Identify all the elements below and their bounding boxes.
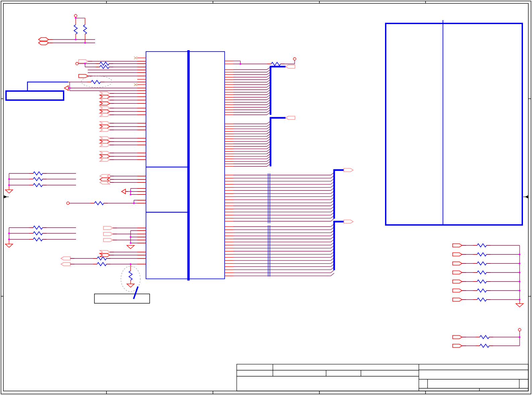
input-port[interactable] bbox=[453, 280, 462, 283]
bus-port-right[interactable] bbox=[344, 168, 353, 172]
ground-symbol[interactable] bbox=[5, 244, 13, 247]
resistor[interactable] bbox=[33, 226, 43, 229]
title-block[interactable] bbox=[237, 364, 528, 391]
schematic-canvas[interactable] bbox=[0, 0, 532, 395]
series-resistor[interactable] bbox=[271, 62, 281, 66]
input-port[interactable] bbox=[79, 60, 88, 63]
bus-port-left[interactable] bbox=[286, 116, 295, 120]
net-label-box[interactable] bbox=[6, 91, 64, 100]
output-port[interactable] bbox=[61, 257, 70, 260]
input-port[interactable] bbox=[453, 344, 462, 347]
schematic-viewer bbox=[0, 0, 532, 395]
junction-dot bbox=[84, 63, 86, 65]
ground-symbol[interactable] bbox=[5, 190, 13, 193]
input-port[interactable] bbox=[103, 232, 113, 236]
output-port[interactable] bbox=[122, 189, 126, 194]
resistor[interactable] bbox=[33, 183, 43, 187]
resistor[interactable] bbox=[480, 344, 489, 347]
input-port[interactable] bbox=[453, 289, 462, 292]
chevron-port[interactable] bbox=[100, 110, 110, 113]
chevron-port[interactable] bbox=[100, 155, 110, 158]
input-port[interactable] bbox=[103, 226, 113, 230]
junction-dot bbox=[519, 281, 521, 283]
input-port[interactable] bbox=[453, 244, 462, 247]
chevron-port[interactable] bbox=[100, 174, 110, 178]
terminal[interactable] bbox=[76, 62, 78, 65]
junction-dot bbox=[130, 194, 132, 195]
highlight-ellipse bbox=[81, 76, 112, 87]
pullup-resistor[interactable] bbox=[74, 25, 77, 34]
terminal[interactable] bbox=[67, 202, 69, 205]
resistor[interactable] bbox=[477, 262, 486, 265]
connector-block[interactable] bbox=[146, 52, 225, 279]
bus-port-right[interactable] bbox=[344, 220, 353, 223]
resistor[interactable] bbox=[480, 335, 489, 339]
memory-block[interactable] bbox=[386, 23, 522, 225]
pullup-resistor[interactable] bbox=[83, 25, 87, 34]
chevron-port[interactable] bbox=[100, 158, 110, 161]
series-resistor[interactable] bbox=[94, 202, 104, 205]
bus bbox=[334, 222, 344, 270]
junction-dot bbox=[8, 233, 10, 234]
resistor[interactable] bbox=[33, 232, 43, 235]
chevron-port[interactable] bbox=[100, 140, 110, 143]
chevron-port[interactable] bbox=[100, 151, 110, 155]
chevron-port[interactable] bbox=[100, 125, 110, 128]
resistor[interactable] bbox=[477, 298, 486, 301]
junction-dot bbox=[84, 42, 86, 44]
junction-dot bbox=[519, 290, 521, 292]
chevron-port[interactable] bbox=[100, 143, 110, 147]
terminal[interactable] bbox=[74, 14, 77, 17]
annotation-pointer bbox=[134, 287, 138, 299]
resistor[interactable] bbox=[477, 244, 486, 247]
output-port[interactable] bbox=[61, 262, 70, 266]
series-resistor[interactable] bbox=[97, 262, 106, 266]
series-resistor[interactable] bbox=[97, 257, 106, 260]
junction-dot bbox=[130, 191, 132, 192]
chevron-port[interactable] bbox=[100, 102, 110, 105]
junction-dot bbox=[240, 63, 241, 65]
chevron-port[interactable] bbox=[100, 106, 110, 110]
sheet-inner-border bbox=[3, 3, 528, 391]
chevron-port[interactable] bbox=[100, 137, 110, 140]
pulldown-resistor[interactable] bbox=[129, 271, 132, 280]
resistor[interactable] bbox=[477, 271, 486, 274]
resistor[interactable] bbox=[33, 177, 43, 181]
annotation-box[interactable] bbox=[94, 294, 150, 303]
terminal[interactable] bbox=[518, 328, 521, 331]
terminal[interactable] bbox=[293, 58, 296, 60]
chevron-port[interactable] bbox=[100, 122, 110, 125]
chevron-port[interactable] bbox=[100, 92, 110, 95]
junction-dot bbox=[8, 184, 10, 186]
input-port[interactable] bbox=[79, 74, 88, 78]
input-port[interactable] bbox=[453, 335, 462, 339]
resistor[interactable] bbox=[477, 289, 486, 292]
chevron-port[interactable] bbox=[100, 128, 110, 132]
input-port[interactable] bbox=[453, 262, 462, 265]
junction-dot bbox=[519, 299, 521, 301]
bus-port-left[interactable] bbox=[286, 65, 295, 68]
junction-dot bbox=[519, 254, 521, 255]
resistor[interactable] bbox=[33, 172, 43, 175]
resistor[interactable] bbox=[477, 253, 486, 256]
ground-symbol[interactable] bbox=[127, 284, 134, 287]
junction-dot bbox=[130, 242, 132, 244]
chevron-port[interactable] bbox=[100, 98, 110, 102]
resistor[interactable] bbox=[33, 238, 43, 241]
junction-dot bbox=[519, 336, 521, 338]
input-port[interactable] bbox=[103, 238, 113, 242]
chevron-port[interactable] bbox=[100, 113, 110, 116]
output-port[interactable] bbox=[64, 86, 68, 90]
ground-symbol[interactable] bbox=[127, 245, 134, 249]
bus-entry-fan bbox=[331, 270, 334, 273]
input-port[interactable] bbox=[453, 271, 462, 274]
chevron-port[interactable] bbox=[100, 95, 110, 98]
series-resistor[interactable] bbox=[100, 62, 109, 65]
resistor[interactable] bbox=[477, 280, 486, 283]
sheet-outer-border bbox=[1, 1, 531, 394]
series-resistor[interactable] bbox=[100, 65, 109, 69]
input-port[interactable] bbox=[453, 253, 462, 256]
ground-symbol[interactable] bbox=[516, 304, 523, 307]
series-resistor[interactable] bbox=[91, 80, 100, 84]
input-port[interactable] bbox=[453, 298, 462, 301]
